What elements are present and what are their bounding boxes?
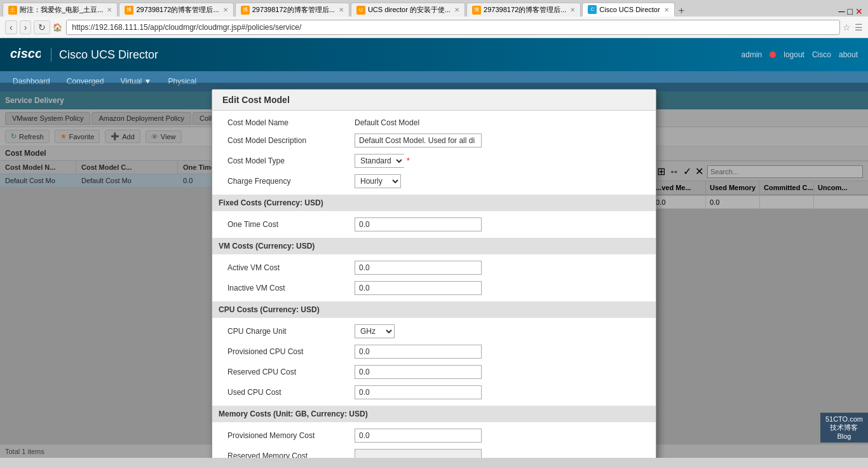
cpu-costs-section: CPU Costs (Currency: USD) bbox=[212, 301, 656, 318]
reserved-memory-input[interactable] bbox=[355, 449, 482, 458]
tab-3-label: 297398172的博客管理后... bbox=[252, 5, 335, 15]
tab-1-label: 附注：我爱你_电影_土豆... bbox=[20, 5, 103, 15]
app-container: cisco Cisco UCS Director admin logout Ci… bbox=[0, 38, 868, 458]
fixed-costs-section: Fixed Costs (Currency: USD) bbox=[212, 195, 656, 211]
svg-text:cisco: cisco bbox=[10, 46, 41, 60]
tab-bar: 土 附注：我爱你_电影_土豆... ✕ 博 297398172的博客管理后...… bbox=[0, 0, 868, 17]
provisioned-memory-label: Provisioned Memory Cost bbox=[227, 431, 355, 440]
modal-body: Cost Model Name Default Cost Model Cost … bbox=[212, 111, 656, 458]
modal-overlay: Edit Cost Model Cost Model Name Default … bbox=[0, 83, 868, 458]
cost-model-type-select[interactable]: Standard bbox=[355, 154, 404, 168]
address-bar[interactable] bbox=[66, 20, 840, 35]
reserved-cpu-row: Reserved CPU Cost bbox=[227, 365, 641, 379]
tab-4-label: UCS director 的安装于使... bbox=[368, 5, 451, 15]
app-header: cisco Cisco UCS Director admin logout Ci… bbox=[0, 38, 868, 71]
cost-model-desc-input[interactable] bbox=[355, 134, 482, 148]
tab-5[interactable]: 博 297398172的博客管理后... ✕ bbox=[466, 3, 581, 17]
about-link[interactable]: about bbox=[839, 50, 858, 59]
cost-model-type-required: * bbox=[407, 156, 410, 165]
admin-status-dot bbox=[770, 52, 776, 58]
back-button[interactable]: ‹ bbox=[5, 20, 17, 34]
one-time-cost-row: One Time Cost bbox=[227, 217, 641, 231]
watermark: 51CTO.com 技术博客 Blog bbox=[820, 413, 868, 443]
cost-model-type-label: Cost Model Type bbox=[227, 156, 355, 165]
new-tab-button[interactable]: + bbox=[679, 5, 684, 17]
tab-4[interactable]: U UCS director 的安装于使... ✕ bbox=[351, 3, 465, 17]
cpu-charge-unit-row: CPU Charge Unit GHz Cores bbox=[227, 324, 641, 338]
modal-header: Edit Cost Model bbox=[212, 90, 656, 111]
provisioned-memory-input[interactable] bbox=[355, 429, 482, 443]
tab-3[interactable]: 博 297398172的博客管理后... ✕ bbox=[235, 3, 349, 17]
tab-6[interactable]: C Cisco UCS Director ✕ bbox=[582, 3, 674, 17]
provisioned-cpu-input[interactable] bbox=[355, 345, 482, 359]
tab-5-close[interactable]: ✕ bbox=[570, 6, 575, 13]
tab-1-close[interactable]: ✕ bbox=[107, 6, 112, 13]
memory-costs-section: Memory Costs (Unit: GB, Currency: USD) bbox=[212, 406, 656, 422]
cost-model-desc-row: Cost Model Description bbox=[227, 134, 641, 148]
watermark-line3: Blog bbox=[825, 432, 863, 440]
cisco-link[interactable]: Cisco bbox=[812, 50, 831, 59]
tab-2-favicon: 博 bbox=[125, 6, 133, 15]
minimize-button[interactable]: ─ bbox=[839, 6, 845, 17]
forward-button[interactable]: › bbox=[20, 20, 32, 34]
tab-1[interactable]: 土 附注：我爱你_电影_土豆... ✕ bbox=[3, 3, 118, 17]
home-button[interactable]: 🏠 bbox=[53, 23, 62, 32]
used-cpu-row: Used CPU Cost bbox=[227, 385, 641, 399]
used-cpu-label: Used CPU Cost bbox=[227, 388, 355, 397]
watermark-line1: 51CTO.com bbox=[825, 415, 863, 423]
tab-5-label: 297398172的博客管理后... bbox=[484, 5, 566, 15]
admin-label: admin bbox=[742, 50, 763, 59]
active-vm-input[interactable] bbox=[355, 261, 482, 275]
used-cpu-input[interactable] bbox=[355, 385, 482, 399]
inactive-vm-label: Inactive VM Cost bbox=[227, 284, 355, 292]
navigation-bar: ‹ › ↻ 🏠 ☆ ☰ bbox=[0, 17, 868, 38]
bookmark-icon[interactable]: ☆ bbox=[843, 22, 851, 32]
provisioned-cpu-row: Provisioned CPU Cost bbox=[227, 345, 641, 359]
close-window-button[interactable]: ✕ bbox=[855, 6, 863, 17]
one-time-cost-label: One Time Cost bbox=[227, 220, 355, 229]
reserved-cpu-input[interactable] bbox=[355, 365, 482, 379]
tab-4-close[interactable]: ✕ bbox=[454, 6, 459, 13]
provisioned-cpu-label: Provisioned CPU Cost bbox=[227, 347, 355, 356]
tab-1-favicon: 土 bbox=[8, 6, 17, 15]
watermark-line2: 技术博客 bbox=[825, 423, 863, 432]
tab-6-label: Cisco UCS Director bbox=[599, 6, 660, 13]
reserved-cpu-label: Reserved CPU Cost bbox=[227, 368, 355, 376]
one-time-cost-input[interactable] bbox=[355, 217, 482, 231]
cost-model-name-value: Default Cost Model bbox=[355, 118, 419, 127]
maximize-button[interactable]: □ bbox=[848, 6, 853, 17]
cost-model-name-label: Cost Model Name bbox=[227, 118, 355, 127]
active-vm-row: Active VM Cost bbox=[227, 261, 641, 275]
settings-icon[interactable]: ☰ bbox=[855, 22, 863, 32]
cost-model-name-row: Cost Model Name Default Cost Model bbox=[227, 118, 641, 127]
logout-link[interactable]: logout bbox=[783, 50, 804, 59]
edit-cost-model-modal: Edit Cost Model Cost Model Name Default … bbox=[212, 89, 656, 458]
app-title: Cisco UCS Director bbox=[51, 48, 158, 62]
provisioned-memory-row: Provisioned Memory Cost bbox=[227, 429, 641, 443]
tab-3-favicon: 博 bbox=[241, 6, 250, 15]
tab-2-label: 297398172的博客管理后... bbox=[136, 5, 219, 15]
reserved-memory-label: Reserved Memory Cost bbox=[227, 451, 355, 458]
nav-icons: ☆ ☰ bbox=[843, 22, 863, 32]
cost-model-type-select-group: Standard * bbox=[355, 154, 410, 168]
inactive-vm-input[interactable] bbox=[355, 281, 482, 295]
header-right: admin logout Cisco about bbox=[742, 50, 858, 59]
cost-model-type-row: Cost Model Type Standard * bbox=[227, 154, 641, 168]
active-vm-label: Active VM Cost bbox=[227, 263, 355, 272]
tab-4-favicon: U bbox=[356, 6, 365, 15]
reload-button[interactable]: ↻ bbox=[34, 20, 50, 34]
charge-freq-label: Charge Frequency bbox=[227, 177, 355, 186]
tab-6-close[interactable]: ✕ bbox=[664, 6, 669, 13]
browser-chrome: 土 附注：我爱你_电影_土豆... ✕ 博 297398172的博客管理后...… bbox=[0, 0, 868, 38]
charge-freq-select[interactable]: Hourly Daily Monthly bbox=[355, 174, 401, 188]
cisco-logo: cisco bbox=[10, 44, 41, 66]
cpu-charge-unit-select[interactable]: GHz Cores bbox=[355, 324, 395, 338]
tab-5-favicon: 博 bbox=[472, 6, 481, 15]
tab-3-close[interactable]: ✕ bbox=[339, 6, 344, 13]
tab-2[interactable]: 博 297398172的博客管理后... ✕ bbox=[119, 3, 233, 17]
inactive-vm-row: Inactive VM Cost bbox=[227, 281, 641, 295]
cpu-charge-unit-label: CPU Charge Unit bbox=[227, 327, 355, 336]
tab-2-close[interactable]: ✕ bbox=[223, 6, 228, 13]
modal-title: Edit Cost Model bbox=[222, 95, 290, 105]
reserved-memory-row: Reserved Memory Cost bbox=[227, 449, 641, 458]
